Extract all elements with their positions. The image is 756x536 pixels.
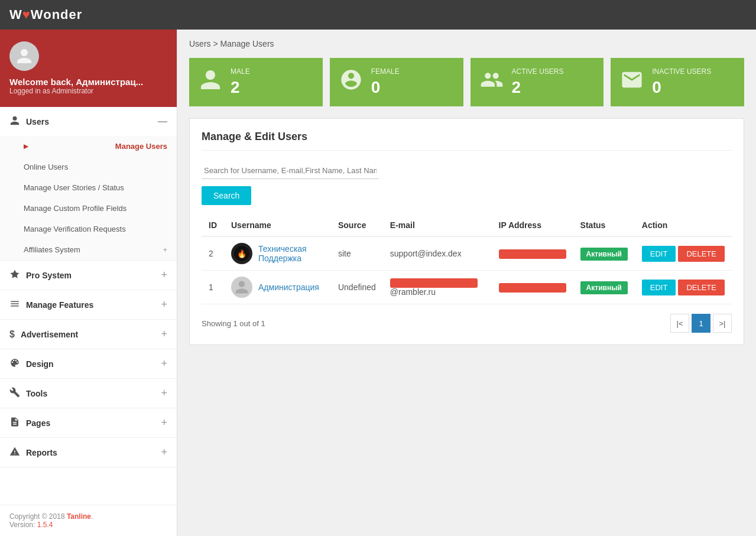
col-id: ID xyxy=(202,215,224,236)
reports-icon xyxy=(9,446,20,459)
username-link-1[interactable]: Техническая Поддержка xyxy=(258,244,324,263)
version-value: 1.5.4 xyxy=(37,521,53,529)
sidebar-section-tools-header[interactable]: Tools + xyxy=(0,379,177,408)
advertisement-section-label: Advertisement xyxy=(21,330,78,339)
design-section-plus[interactable]: + xyxy=(161,358,167,370)
col-email: E-mail xyxy=(383,215,492,236)
cell-source-2: Undefined xyxy=(331,271,383,304)
role-text: Logged in as Administrator xyxy=(9,87,93,95)
panel-title: Manage & Edit Users xyxy=(202,131,732,151)
current-page-btn[interactable]: 1 xyxy=(692,314,710,333)
sidebar-section-pages-header[interactable]: Pages + xyxy=(0,408,177,437)
sidebar-section-reports: Reports + xyxy=(0,438,177,467)
sidebar-nav: Users — Manage Users Online Users Manage… xyxy=(0,107,177,505)
username-link-2[interactable]: Администрация xyxy=(258,282,319,292)
reports-section-label: Reports xyxy=(26,448,57,457)
cell-status-2: Активный xyxy=(573,271,635,304)
sidebar-section-design-header[interactable]: Design + xyxy=(0,349,177,378)
users-icon xyxy=(9,115,20,128)
stat-card-inactive: INACTIVE USERS 0 xyxy=(611,58,744,106)
cell-email-2: ████████████████ @rambler.ru xyxy=(383,271,492,304)
user-avatar-default xyxy=(231,277,252,298)
svg-text:🔥: 🔥 xyxy=(237,249,247,259)
sidebar-item-affiliates[interactable]: Affiliates System + xyxy=(0,239,177,260)
first-page-btn[interactable]: |< xyxy=(670,314,689,333)
pagination: |< 1 >| xyxy=(670,314,732,333)
tools-section-plus[interactable]: + xyxy=(161,387,167,399)
breadcrumb: Users > Manage Users xyxy=(189,39,744,48)
logo-heart: ♥ xyxy=(22,7,31,22)
cell-ip-1: ████████████ xyxy=(492,236,573,271)
pro-icon xyxy=(9,269,20,281)
sidebar-section-advertisement-header[interactable]: $ Advertisement + xyxy=(0,320,177,349)
sidebar-item-verification[interactable]: Manage Verification Requests xyxy=(0,219,177,239)
col-username: Username xyxy=(224,215,331,236)
inactive-users-label: INACTIVE USERS xyxy=(652,67,711,76)
sidebar: Welcome back, Администрац... Logged in a… xyxy=(0,30,177,536)
col-status: Status xyxy=(573,215,635,236)
edit-button-1[interactable]: EDIT xyxy=(642,246,676,262)
features-section-label: Manage Features xyxy=(26,300,93,310)
pro-section-plus[interactable]: + xyxy=(161,269,167,281)
female-value: 0 xyxy=(371,78,400,97)
welcome-text: Welcome back, Администрац... xyxy=(9,77,143,87)
cell-action-1: EDIT DELETE xyxy=(635,236,732,271)
search-button[interactable]: Search xyxy=(202,186,251,205)
male-value: 2 xyxy=(231,78,250,97)
manage-users-panel: Manage & Edit Users Search ID Username S… xyxy=(189,118,744,345)
users-table: ID Username Source E-mail IP Address Sta… xyxy=(202,215,732,304)
cell-source-1: site xyxy=(331,236,383,271)
version-label: Version: xyxy=(9,521,37,529)
affiliates-plus: + xyxy=(163,245,167,254)
inactive-users-value: 0 xyxy=(652,78,711,97)
table-footer: Showing 1 out of 1 |< 1 >| xyxy=(202,314,732,333)
reports-section-plus[interactable]: + xyxy=(161,446,167,459)
search-area: Search xyxy=(202,163,732,205)
features-section-plus[interactable]: + xyxy=(161,298,167,311)
features-icon xyxy=(9,298,20,311)
status-badge-2: Активный xyxy=(580,281,628,294)
users-section-collapse[interactable]: — xyxy=(158,116,167,127)
stat-card-active: ACTIVE USERS 2 xyxy=(471,58,604,106)
delete-button-2[interactable]: DELETE xyxy=(678,280,725,295)
avatar xyxy=(9,41,39,71)
table-row: 1 Администрация Undefined ██████████ xyxy=(202,271,732,304)
breadcrumb-current: Manage Users xyxy=(220,39,274,48)
showing-text: Showing 1 out of 1 xyxy=(202,319,265,328)
sidebar-item-online-users[interactable]: Online Users xyxy=(0,157,177,177)
sidebar-section-reports-header[interactable]: Reports + xyxy=(0,438,177,467)
advertisement-section-plus[interactable]: + xyxy=(161,328,167,340)
sidebar-section-advertisement: $ Advertisement + xyxy=(0,320,177,349)
sidebar-section-features-header[interactable]: Manage Features + xyxy=(0,290,177,319)
cell-status-1: Активный xyxy=(573,236,635,271)
last-page-btn[interactable]: >| xyxy=(713,314,732,333)
edit-button-2[interactable]: EDIT xyxy=(642,280,676,295)
cell-username: 🔥 Техническая Поддержка xyxy=(224,236,331,271)
tools-icon xyxy=(9,387,20,399)
sidebar-section-users-header[interactable]: Users — xyxy=(0,107,177,136)
tools-section-label: Tools xyxy=(26,389,47,398)
sidebar-section-pro-header[interactable]: Pro System + xyxy=(0,261,177,290)
logo: W♥Wonder xyxy=(9,7,82,22)
cell-username-2: Администрация xyxy=(224,271,331,304)
sidebar-item-custom-profile[interactable]: Manage Custom Profile Fields xyxy=(0,198,177,219)
stat-card-male: MALE 2 xyxy=(189,58,323,106)
sidebar-item-user-stories[interactable]: Manage User Stories / Status xyxy=(0,177,177,198)
pages-icon xyxy=(9,417,20,429)
sidebar-section-users: Users — Manage Users Online Users Manage… xyxy=(0,107,177,261)
advertisement-icon: $ xyxy=(9,329,15,340)
pro-section-label: Pro System xyxy=(26,271,72,280)
content-area: Users > Manage Users MALE 2 FEMALE xyxy=(177,30,756,536)
female-label: FEMALE xyxy=(371,67,400,76)
delete-button-1[interactable]: DELETE xyxy=(678,246,725,262)
topbar: W♥Wonder xyxy=(0,0,756,30)
col-ip: IP Address xyxy=(492,215,573,236)
main-layout: Welcome back, Администрац... Logged in a… xyxy=(0,30,756,536)
cell-action-2: EDIT DELETE xyxy=(635,271,732,304)
pages-section-plus[interactable]: + xyxy=(161,417,167,429)
sidebar-section-features: Manage Features + xyxy=(0,290,177,320)
search-input[interactable] xyxy=(202,163,379,179)
sidebar-section-tools: Tools + xyxy=(0,379,177,408)
sidebar-footer: Copyright © 2018 Tanline. Version: 1.5.4 xyxy=(0,505,177,536)
sidebar-item-manage-users[interactable]: Manage Users xyxy=(0,136,177,157)
